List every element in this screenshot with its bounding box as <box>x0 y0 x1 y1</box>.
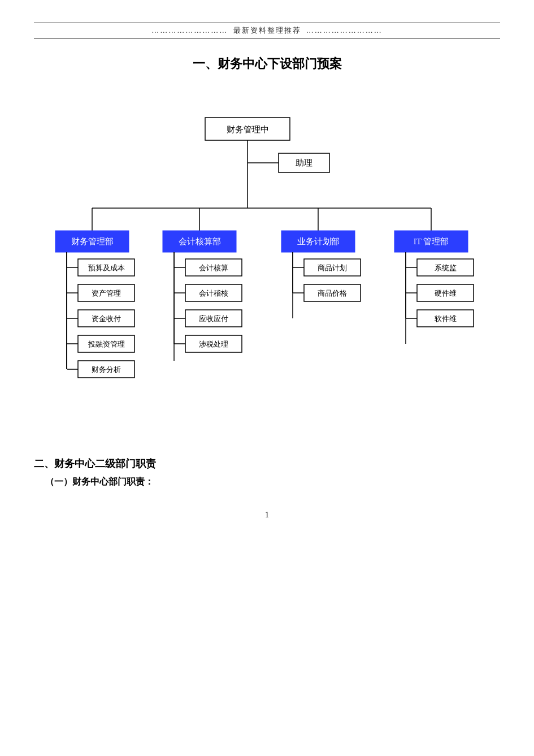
svg-text:IT 管理部: IT 管理部 <box>413 237 449 246</box>
page: ……………………… 最新资料整理推荐 ……………………… 一、财务中心下设部门预… <box>0 0 534 756</box>
svg-text:助理: 助理 <box>296 158 312 167</box>
svg-text:资金收付: 资金收付 <box>92 314 121 323</box>
page-number: 1 <box>34 511 500 520</box>
svg-text:硬件维: 硬件维 <box>434 289 456 297</box>
svg-text:业务计划部: 业务计划部 <box>297 237 339 246</box>
section2-title: 二、财务中心二级部门职责 <box>34 457 500 470</box>
svg-text:资产管理: 资产管理 <box>92 289 121 297</box>
svg-text:预算及成本: 预算及成本 <box>88 263 124 272</box>
svg-text:涉税处理: 涉税处理 <box>199 340 228 348</box>
svg-text:财务管理中: 财务管理中 <box>226 125 268 134</box>
header-bar: ……………………… 最新资料整理推荐 ……………………… <box>34 23 500 38</box>
svg-text:会计核算: 会计核算 <box>199 263 228 272</box>
svg-text:软件维: 软件维 <box>434 314 456 323</box>
svg-text:会计核算部: 会计核算部 <box>178 237 220 246</box>
svg-text:商品计划: 商品计划 <box>318 263 347 272</box>
section1-title: 一、财务中心下设部门预案 <box>34 55 500 72</box>
svg-text:投融资管理: 投融资管理 <box>87 340 124 348</box>
svg-text:应收应付: 应收应付 <box>199 314 228 323</box>
svg-text:商品价格: 商品价格 <box>318 289 347 297</box>
header-text: ……………………… 最新资料整理推荐 ……………………… <box>151 25 383 36</box>
svg-text:会计稽核: 会计稽核 <box>199 289 228 297</box>
org-chart: 财务管理中 助理 财务管理部 会计核算部 业务计划部 IT 管理部 <box>36 101 499 429</box>
section2-sub1: （一）财务中心部门职责： <box>45 476 500 488</box>
svg-text:财务管理部: 财务管理部 <box>71 237 113 246</box>
svg-text:系统监: 系统监 <box>434 263 456 272</box>
svg-text:财务分析: 财务分析 <box>92 365 121 374</box>
